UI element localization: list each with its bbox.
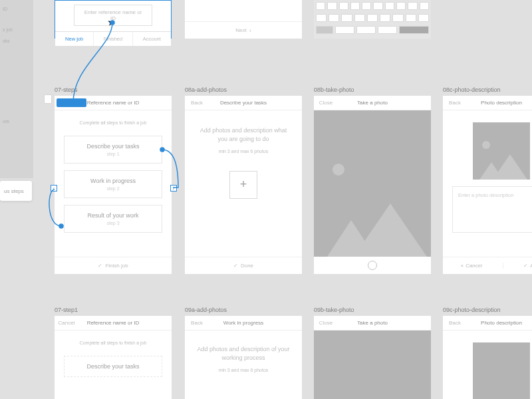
left-item: ID: [3, 7, 31, 11]
flow-node-left[interactable]: ‹: [51, 185, 57, 192]
left-item: ork: [3, 119, 31, 124]
left-item: sks: [3, 39, 31, 43]
artboard-08a-add-photos[interactable]: 08a-add-photos Back Describe your tasks …: [185, 96, 302, 274]
artboard-label: 07-step1: [55, 307, 78, 313]
camera-viewfinder: [314, 110, 431, 257]
add-button[interactable]: Add: [503, 263, 533, 269]
artboard-label: 07-steps: [55, 86, 78, 93]
flow-node-right[interactable]: ›: [170, 185, 177, 192]
shutter-button[interactable]: [368, 261, 377, 270]
artboard-07-step1[interactable]: 07-step1 Cancel Reference name or ID Com…: [55, 316, 172, 399]
close-button[interactable]: Close: [314, 320, 338, 326]
artboard-label: 09c-photo-description: [443, 307, 501, 313]
artboard-09b-take-photo[interactable]: 09b-take-photo Close Take a photo: [314, 316, 431, 399]
screen-title: Reference name or ID: [78, 100, 148, 106]
artboard-06b: Next›: [185, 0, 302, 39]
back-button[interactable]: Back: [185, 100, 209, 106]
hint-text: min 3 and max 6 photos: [185, 364, 302, 376]
artboard-09c-photo-description[interactable]: 09c-photo-description Back Photo descrip…: [443, 316, 532, 399]
step-card-3[interactable]: Result of your work step 3: [64, 205, 162, 233]
step-card-1[interactable]: Describe your tasks: [64, 356, 162, 377]
tab-account[interactable]: Account: [133, 32, 171, 46]
screen-title: Photo description: [467, 320, 532, 326]
left-panel-bg-bottom: ID s job sks: [0, 0, 33, 83]
screen-title: Describe your tasks: [209, 100, 278, 106]
artboard-08c-photo-description[interactable]: 08c-photo-description Back Photo descrip…: [443, 96, 532, 274]
artboard-label: 09a-add-photos: [185, 307, 227, 313]
screen-title: Take a photo: [338, 320, 407, 326]
check-icon: [523, 263, 528, 269]
close-button[interactable]: Close: [314, 100, 338, 106]
camera-viewfinder: [314, 331, 431, 399]
artboard-08b-take-photo[interactable]: 08b-take-photo Close Take a photo: [314, 96, 431, 274]
artboard-label: 08a-add-photos: [185, 86, 227, 93]
step-card-1[interactable]: Describe your tasks step 1: [64, 136, 162, 164]
screen-title: Work in progress: [209, 320, 278, 326]
artboard-09a-add-photos[interactable]: 09a-add-photos Back Work in progress Add…: [185, 316, 302, 399]
screen-title: Take a photo: [338, 100, 407, 106]
artboard-label: 08c-photo-description: [443, 86, 501, 93]
screen-title: Photo description: [467, 100, 532, 106]
back-button[interactable]: Back: [443, 320, 467, 326]
next-button[interactable]: Next›: [185, 21, 302, 39]
tab-new-job[interactable]: New job: [55, 32, 94, 46]
add-photo-button[interactable]: +: [229, 171, 257, 199]
done-button[interactable]: Done: [185, 257, 302, 274]
cancel-button[interactable]: Cancel: [443, 263, 500, 269]
subtitle-text: Add photos and description of your worki…: [185, 331, 302, 364]
artboard-label: 08b-take-photo: [314, 86, 354, 93]
back-button[interactable]: Back: [443, 100, 467, 106]
step-card-2[interactable]: Work in progress step 2: [64, 170, 162, 198]
finish-button[interactable]: Finish job: [55, 257, 172, 274]
left-popover: us steps: [0, 181, 32, 201]
photo-thumbnail: [473, 122, 530, 180]
subtitle-text: Add photos and description what you are …: [185, 110, 302, 146]
hint-text: min 3 and max 6 photos: [185, 146, 302, 158]
check-icon: [233, 263, 238, 269]
x-icon: [460, 263, 464, 269]
check-icon: [98, 263, 102, 269]
artboard-label: 09b-take-photo: [314, 307, 354, 313]
description-input[interactable]: Enter a photo description: [452, 186, 532, 233]
cancel-button[interactable]: Cancel: [55, 320, 78, 326]
intro-text: Complete all steps to finish a job: [55, 110, 172, 129]
photo-thumbnail: [473, 342, 530, 399]
page-icon: [44, 94, 52, 104]
back-button[interactable]: Back: [185, 320, 209, 326]
left-item: s job: [3, 27, 31, 32]
chevron-right-icon: ›: [249, 27, 251, 34]
selection-highlight: [57, 98, 86, 107]
tab-finished[interactable]: Finished: [94, 32, 132, 46]
intro-text: Complete all steps to finish a job: [55, 331, 172, 349]
artboard-07-steps[interactable]: 07-steps Cancel Reference name or ID Com…: [55, 96, 172, 274]
artboard-keyboard-crop: [314, 0, 431, 39]
screen-title: Reference name or ID: [78, 320, 148, 326]
